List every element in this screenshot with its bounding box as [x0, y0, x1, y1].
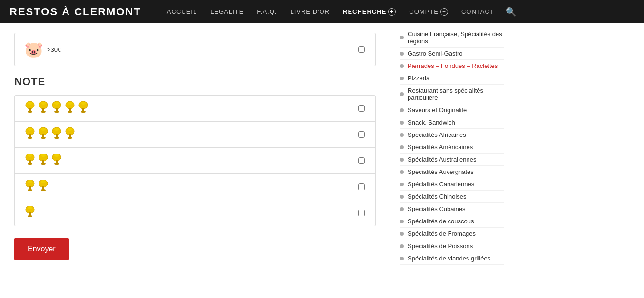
sidebar-item-5[interactable]: Saveurs et Originalité	[400, 104, 504, 116]
glass-4-3	[51, 127, 62, 142]
svg-point-3	[28, 111, 32, 113]
glass-3-2	[38, 154, 49, 168]
sidebar-item-8[interactable]: Spécialités Américaines	[400, 141, 504, 154]
sidebar-item-0[interactable]: Cuisine Française, Spécialités des régio…	[400, 28, 504, 48]
glass-2	[38, 101, 49, 115]
sidebar-item-10[interactable]: Spécialités Auvergnates	[400, 166, 504, 178]
svg-point-8	[41, 111, 46, 113]
bullet-4	[400, 92, 404, 96]
price-label: >30€	[47, 46, 61, 53]
note-icons-1	[15, 200, 347, 226]
glass-3-1	[24, 154, 36, 168]
note-check-2	[347, 178, 375, 196]
svg-point-39	[54, 128, 59, 131]
sidebar-item-16[interactable]: Spécialités de Poissons	[400, 240, 504, 252]
nav-contact[interactable]: CONTACT	[455, 0, 501, 23]
sidebar-item-4[interactable]: Restaurant sans spécialités particulière	[400, 85, 504, 104]
glass-4	[64, 101, 76, 115]
sidebar-item-6[interactable]: Snack, Sandwich	[400, 116, 504, 129]
sidebar-item-9[interactable]: Spécialités Australiennes	[400, 154, 504, 166]
note-row-5	[15, 96, 375, 122]
svg-point-38	[54, 137, 59, 139]
note-row-4	[15, 122, 375, 148]
glass-3	[51, 101, 62, 115]
sidebar-item-15[interactable]: Spécialités de Fromages	[400, 228, 504, 240]
nav-livre-dor[interactable]: LIVRE D'OR	[283, 0, 336, 23]
svg-point-58	[54, 163, 59, 165]
sidebar-item-2[interactable]: Pierrades – Fondues – Raclettes	[400, 60, 504, 72]
svg-point-14	[54, 102, 59, 105]
bullet-15	[400, 232, 404, 236]
sidebar-item-11[interactable]: Spécialités Canariennes	[400, 178, 504, 191]
main-content: 🐷 >30€ NOTE	[0, 23, 390, 298]
glass-1	[24, 101, 36, 115]
search-icon[interactable]: 🔍	[506, 7, 516, 17]
sidebar-item-1[interactable]: Gastro Semi-Gastro	[400, 48, 504, 60]
bullet-14	[400, 220, 404, 223]
navigation: RESTOS À CLERMONT ACCUEIL LEGALITE F.A.Q…	[0, 0, 644, 23]
bullet-7	[400, 133, 404, 137]
note-checkbox-4[interactable]	[358, 131, 365, 138]
svg-point-29	[28, 128, 32, 131]
note-icons-5	[15, 96, 347, 121]
sidebar: Cuisine Française, Spécialités des régio…	[390, 23, 514, 298]
svg-point-49	[28, 154, 32, 157]
note-icons-3	[15, 148, 347, 173]
note-check-1	[347, 204, 375, 222]
nav-legalite[interactable]: LEGALITE	[204, 0, 250, 23]
note-title: NOTE	[14, 76, 376, 88]
nav-faq[interactable]: F.A.Q.	[250, 0, 283, 23]
bullet-2	[400, 64, 404, 68]
svg-point-19	[68, 102, 72, 105]
svg-point-4	[28, 102, 32, 105]
note-row-3	[15, 148, 375, 174]
svg-point-59	[54, 154, 59, 157]
note-row-1	[15, 200, 375, 226]
glass-2-1	[24, 180, 36, 194]
note-check-5	[347, 99, 375, 117]
nav-recherche[interactable]: RECHERCHE+	[336, 0, 402, 23]
bullet-1	[400, 52, 404, 56]
bullet-16	[400, 244, 404, 248]
bullet-3	[400, 77, 404, 80]
svg-point-43	[68, 137, 72, 139]
page-container: 🐷 >30€ NOTE	[0, 23, 644, 298]
svg-point-34	[41, 128, 46, 131]
svg-point-54	[41, 154, 46, 157]
nav-compte[interactable]: COMPTE+	[402, 0, 455, 23]
note-checkbox-1[interactable]	[358, 210, 365, 216]
svg-point-73	[28, 215, 32, 217]
bullet-12	[400, 195, 404, 199]
send-button[interactable]: Envoyer	[14, 238, 69, 260]
svg-point-33	[41, 137, 46, 139]
price-checkbox[interactable]	[358, 46, 365, 53]
glass-2-2	[38, 180, 49, 194]
svg-point-18	[68, 111, 72, 113]
sidebar-item-17[interactable]: Spécialités de viandes grillées	[400, 252, 504, 265]
sidebar-item-13[interactable]: Spécialités Cubaines	[400, 203, 504, 215]
bullet-13	[400, 207, 404, 211]
note-checkbox-2[interactable]	[358, 183, 365, 190]
bullet-17	[400, 257, 404, 260]
nav-links: ACCUEIL LEGALITE F.A.Q. LIVRE D'OR RECHE…	[160, 0, 634, 23]
bullet-10	[400, 170, 404, 174]
compte-plus-icon: +	[440, 8, 448, 16]
sidebar-item-12[interactable]: Spécialités Chinoises	[400, 191, 504, 203]
note-checkbox-5[interactable]	[358, 105, 365, 112]
svg-point-64	[28, 180, 32, 183]
sidebar-item-7[interactable]: Spécialités Africaines	[400, 129, 504, 141]
svg-point-13	[54, 111, 59, 113]
note-checkbox-3[interactable]	[358, 157, 365, 164]
bullet-6	[400, 121, 404, 125]
nav-accueil[interactable]: ACCUEIL	[160, 0, 204, 23]
svg-point-48	[28, 163, 32, 165]
glass-3-3	[51, 154, 62, 168]
price-row: 🐷 >30€	[14, 33, 376, 66]
note-check-3	[347, 152, 375, 170]
svg-point-28	[28, 137, 32, 139]
sidebar-item-3[interactable]: Pizzeria	[400, 72, 504, 85]
svg-point-9	[41, 102, 46, 105]
svg-point-24	[81, 102, 86, 105]
svg-point-23	[81, 111, 86, 113]
sidebar-item-14[interactable]: Spécialités de couscous	[400, 215, 504, 228]
